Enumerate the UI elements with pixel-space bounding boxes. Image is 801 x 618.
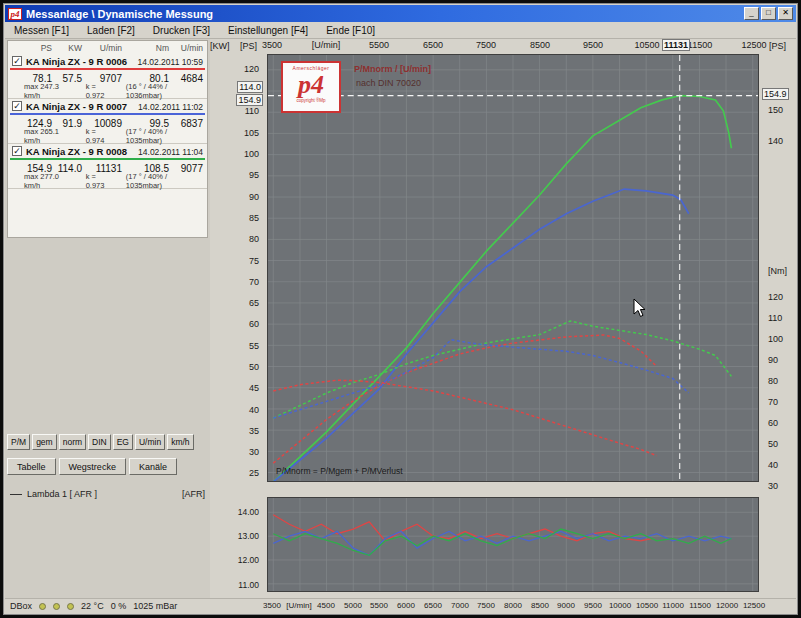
afr-tick-label: 12.00 — [238, 555, 259, 565]
rpm-axis-label-bottom: 12500 — [737, 601, 771, 610]
header-ps: PS — [24, 43, 52, 53]
rpm-axis-label: 5500 — [355, 40, 403, 50]
title-bar[interactable]: p4 Messanlage \ Dynamische Messung _ □ ✕ — [5, 5, 796, 22]
view-buttons-row: TabelleWegstreckeKanäle — [7, 458, 177, 475]
rpm-axis-label: 9500 — [569, 40, 617, 50]
rpm-axis-label: 7500 — [462, 40, 510, 50]
run-k-factor: k = 0.973 — [86, 172, 116, 190]
chart-title: P/Mnorm / [U/min] — [354, 64, 431, 74]
torque-run-0006 — [273, 380, 657, 455]
left-panel: PS KW U/min Nm U/min ✓ KA Ninja ZX - 9 R… — [5, 39, 210, 598]
close-button[interactable]: ✕ — [778, 7, 793, 20]
run-conditions: (17 ° / 40% / 1035mbar) — [126, 127, 207, 145]
kw-tick-label: 100 — [244, 149, 259, 159]
crosshair-rpm-readout: 11131 — [662, 39, 690, 51]
nm-tick-label: 120 — [768, 292, 783, 302]
menu-item-5[interactable]: Ende [F10] — [317, 23, 384, 38]
nm-tick-label: 30 — [768, 481, 778, 491]
header-rpm: U/min — [82, 43, 122, 53]
main-chart[interactable]: Amerschläger p4 copyright ®Mp P/Mnorm / … — [267, 54, 759, 482]
toggle-button-norm[interactable]: norm — [59, 434, 86, 450]
nm-tick-label: 80 — [768, 376, 778, 386]
kw-tick-label: 120 — [244, 64, 259, 74]
rpm-axis-label: 8500 — [516, 40, 564, 50]
menu-bar: Messen [F1]Laden [F2]Drucken [F3]Einstel… — [5, 22, 796, 39]
runs-list: PS KW U/min Nm U/min ✓ KA Ninja ZX - 9 R… — [7, 40, 208, 238]
crosshair-ps-readout-right: 154.9 — [762, 88, 789, 100]
header-nm: Nm — [129, 43, 169, 53]
kw-unit-label: [KW] — [210, 41, 230, 51]
main-chart-left-axis: [KW][PS]12011511010510095908580757065605… — [207, 54, 264, 482]
afr-chart-x-axis: 3500[U/min]45005000550060006500700075008… — [267, 601, 777, 613]
toggle-button-eg[interactable]: EG — [113, 434, 133, 450]
run-datetime: 14.02.2011 11:04 — [138, 147, 205, 157]
maximize-button[interactable]: □ — [761, 7, 776, 20]
kw-tick-label: 40 — [249, 405, 259, 415]
toggle-button-pm[interactable]: P/M — [7, 434, 30, 450]
run-datetime: 14.02.2011 11:02 — [138, 102, 205, 112]
menu-item-3[interactable]: Drucken [F3] — [144, 23, 219, 38]
header-rpm2: U/min — [169, 43, 207, 53]
p4-logo: Amerschläger p4 copyright ®Mp — [281, 61, 341, 113]
toggle-button-kmh[interactable]: km/h — [167, 434, 193, 450]
run-name: KA Ninja ZX - 9 R 0007 — [26, 101, 138, 112]
button-tabelle[interactable]: Tabelle — [7, 458, 56, 475]
run-checkbox[interactable]: ✓ — [12, 146, 22, 156]
runs-header: PS KW U/min Nm U/min — [8, 41, 207, 54]
ps-tick-label: 140 — [768, 136, 783, 146]
nm-tick-label: 50 — [768, 439, 778, 449]
main-chart-canvas — [268, 55, 758, 481]
kw-tick-label: 30 — [249, 447, 259, 457]
afr-run-0006 — [273, 515, 651, 541]
toggle-button-umin[interactable]: U/min — [135, 434, 165, 450]
run-max-speed: max 277.0 km/h — [24, 172, 76, 190]
nm-tick-label: 60 — [768, 418, 778, 428]
rpm-axis-label: [U/min] — [302, 40, 350, 50]
kw-tick-label: 70 — [249, 277, 259, 287]
rpm-axis-label: 6500 — [409, 40, 457, 50]
nm-tick-label: 90 — [768, 355, 778, 365]
menu-item-1[interactable]: Messen [F1] — [5, 23, 78, 38]
nm-tick-label: 40 — [768, 460, 778, 470]
status-readouts: DBox 22 °C 0 % 1025 mBar — [10, 601, 177, 611]
app-window: p4 Messanlage \ Dynamische Messung _ □ ✕… — [3, 3, 798, 615]
run-card-0006[interactable]: ✓ KA Ninja ZX - 9 R 0006 14.02.2011 10:5… — [8, 54, 207, 99]
kw-tick-label: 105 — [244, 128, 259, 138]
toggle-button-gem[interactable]: gem — [32, 434, 57, 450]
run-checkbox[interactable]: ✓ — [12, 101, 22, 111]
nm-tick-label: 100 — [768, 334, 783, 344]
mouse-cursor — [633, 298, 647, 318]
kw-tick-label: 80 — [249, 234, 259, 244]
run-card-0008[interactable]: ✓ KA Ninja ZX - 9 R 0008 14.02.2011 11:0… — [8, 144, 207, 189]
kw-tick-label: 95 — [249, 170, 259, 180]
run-max-speed: max 247.3 km/h — [24, 82, 76, 100]
crosshair-ps-readout: 154.9 — [236, 94, 263, 106]
menu-item-4[interactable]: Einstellungen [F4] — [219, 23, 317, 38]
status-led-2 — [53, 603, 60, 610]
menu-item-2[interactable]: Laden [F2] — [78, 23, 144, 38]
afr-chart-left-axis: 14.0013.0012.0011.00 — [207, 497, 264, 592]
kw-tick-label: 60 — [249, 319, 259, 329]
chart-formula: P/Mnorm = P/Mgem + P/MVerlust — [276, 466, 403, 476]
kw-tick-label: 50 — [249, 362, 259, 372]
kw-tick-label: 110 — [245, 106, 259, 116]
button-kanle[interactable]: Kanäle — [129, 458, 177, 475]
nm-unit-label: [Nm] — [768, 266, 787, 276]
button-wegstrecke[interactable]: Wegstrecke — [59, 458, 126, 475]
run-datetime: 14.02.2011 10:59 — [137, 57, 205, 67]
run-checkbox[interactable]: ✓ — [12, 56, 22, 66]
kw-tick-label: 55 — [249, 341, 259, 351]
ps-unit-label-right: [PS] — [769, 41, 786, 51]
run-card-0007[interactable]: ✓ KA Ninja ZX - 9 R 0007 14.02.2011 11:0… — [8, 99, 207, 144]
run-conditions: (17 ° / 40% / 1035mbar) — [126, 172, 207, 190]
status-bar: DBox 22 °C 0 % 1025 mBar 3500[U/min]4500… — [5, 598, 796, 614]
run-details: max 277.0 km/h k = 0.973 (17 ° / 40% / 1… — [8, 175, 207, 186]
screen: p4 Messanlage \ Dynamische Messung _ □ ✕… — [0, 0, 801, 618]
afr-chart[interactable] — [267, 497, 759, 592]
minimize-button[interactable]: _ — [744, 7, 759, 20]
toggle-button-din[interactable]: DIN — [88, 434, 111, 450]
logo-small-text-bottom: copyright ®Mp — [283, 98, 339, 103]
chart-subtitle: nach DIN 70020 — [356, 78, 421, 88]
torque-run-0008 — [273, 321, 731, 418]
run-k-factor: k = 0.974 — [86, 127, 116, 145]
